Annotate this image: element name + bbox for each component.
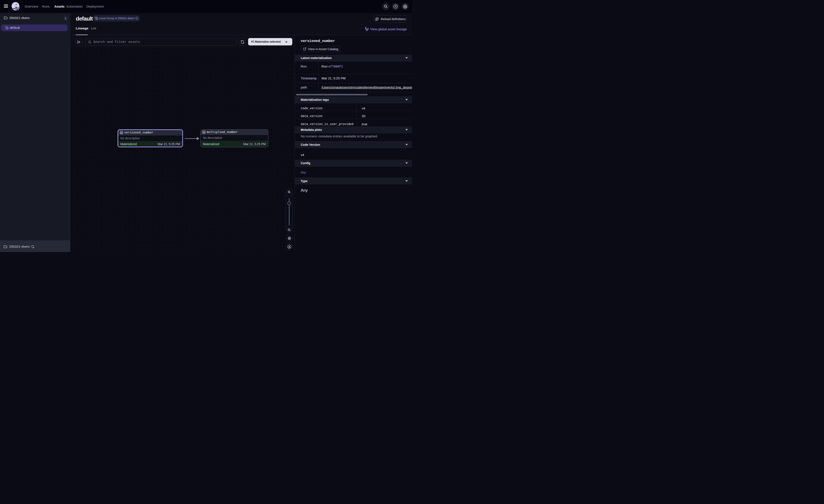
svg-text:?: ? <box>395 5 396 8</box>
